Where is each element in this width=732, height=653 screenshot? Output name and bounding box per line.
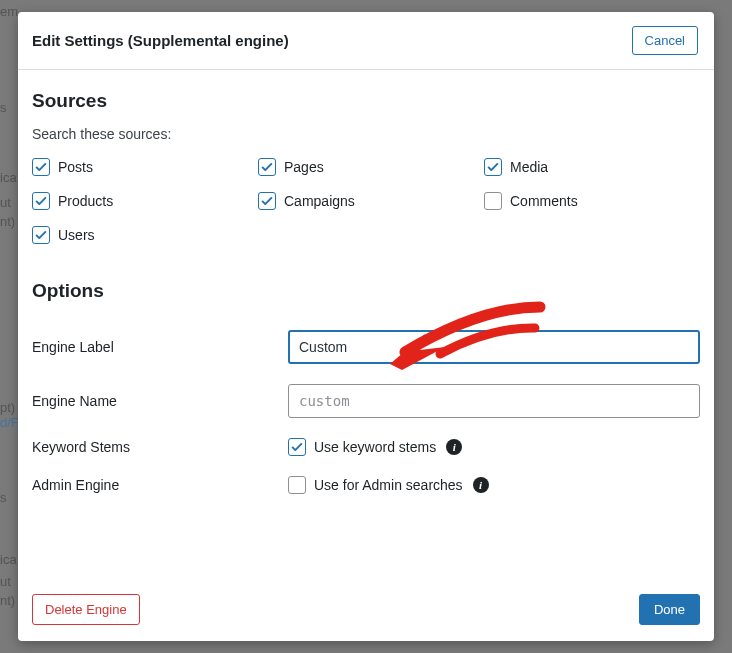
- admin-engine-checkbox[interactable]: [288, 476, 306, 494]
- source-label: Media: [510, 159, 548, 175]
- engine-name-label: Engine Name: [32, 393, 288, 409]
- sources-heading: Sources: [32, 90, 700, 112]
- source-item: Media: [484, 158, 700, 176]
- admin-engine-label: Admin Engine: [32, 477, 288, 493]
- source-checkbox[interactable]: [258, 192, 276, 210]
- keyword-stems-checkbox[interactable]: [288, 438, 306, 456]
- engine-name-row: Engine Name: [32, 384, 700, 418]
- engine-label-input[interactable]: [288, 330, 700, 364]
- source-checkbox[interactable]: [484, 192, 502, 210]
- source-item: Pages: [258, 158, 474, 176]
- engine-label-label: Engine Label: [32, 339, 288, 355]
- source-item: Posts: [32, 158, 248, 176]
- modal-title: Edit Settings (Supplemental engine): [32, 32, 289, 49]
- source-label: Products: [58, 193, 113, 209]
- keyword-stems-row: Keyword Stems Use keyword stems i: [32, 438, 700, 456]
- source-label: Campaigns: [284, 193, 355, 209]
- info-icon[interactable]: i: [446, 439, 462, 455]
- info-icon[interactable]: i: [473, 477, 489, 493]
- source-item: Users: [32, 226, 248, 244]
- admin-engine-checkbox-label: Use for Admin searches: [314, 477, 463, 493]
- source-checkbox[interactable]: [32, 158, 50, 176]
- source-checkbox[interactable]: [484, 158, 502, 176]
- done-button[interactable]: Done: [639, 594, 700, 625]
- admin-engine-row: Admin Engine Use for Admin searches i: [32, 476, 700, 494]
- cancel-button[interactable]: Cancel: [632, 26, 698, 55]
- options-section: Options Engine Label Engine Name Keyword…: [32, 280, 700, 494]
- source-checkbox[interactable]: [258, 158, 276, 176]
- sources-grid: PostsPagesMediaProductsCampaignsComments…: [32, 158, 700, 244]
- modal-footer: Delete Engine Done: [18, 582, 714, 641]
- source-checkbox[interactable]: [32, 226, 50, 244]
- source-label: Pages: [284, 159, 324, 175]
- source-item: Products: [32, 192, 248, 210]
- sources-subtitle: Search these sources:: [32, 126, 700, 142]
- delete-engine-button[interactable]: Delete Engine: [32, 594, 140, 625]
- modal-header: Edit Settings (Supplemental engine) Canc…: [18, 12, 714, 70]
- keyword-stems-label: Keyword Stems: [32, 439, 288, 455]
- source-checkbox[interactable]: [32, 192, 50, 210]
- options-heading: Options: [32, 280, 700, 302]
- source-item: Comments: [484, 192, 700, 210]
- edit-settings-modal: Edit Settings (Supplemental engine) Canc…: [18, 12, 714, 641]
- source-label: Comments: [510, 193, 578, 209]
- keyword-stems-checkbox-label: Use keyword stems: [314, 439, 436, 455]
- engine-label-row: Engine Label: [32, 330, 700, 364]
- source-label: Posts: [58, 159, 93, 175]
- modal-body: Sources Search these sources: PostsPages…: [18, 70, 714, 582]
- source-item: Campaigns: [258, 192, 474, 210]
- source-label: Users: [58, 227, 95, 243]
- engine-name-input[interactable]: [288, 384, 700, 418]
